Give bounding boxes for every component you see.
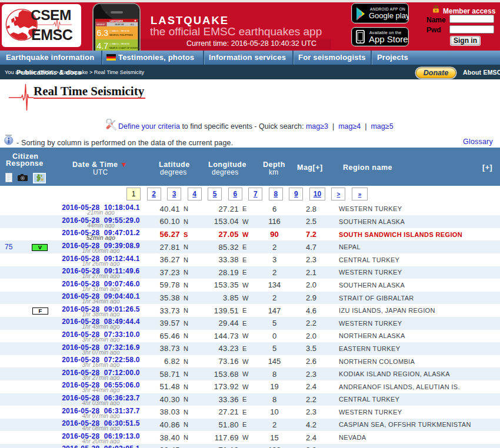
- svg-text:▢ MAG 4 ○ REGION: ▢ MAG 4 ○ REGION: [109, 43, 129, 45]
- svg-text:▢ MAG 6 ○ REGION: ▢ MAG 6 ○ REGION: [109, 30, 129, 32]
- svg-text:4.7: 4.7: [97, 41, 109, 51]
- svg-text:EMSC: EMSC: [31, 26, 73, 43]
- svg-text:LASTQUAKE: LASTQUAKE: [110, 20, 124, 22]
- svg-text:ALL: ALL: [131, 24, 135, 26]
- svg-text:NEAR E. COAST OF HONSHU, JAPAN: NEAR E. COAST OF HONSHU, JAPAN: [109, 47, 141, 49]
- svg-text:NEWEST: NEWEST: [96, 24, 105, 26]
- svg-text:6.3: 6.3: [97, 28, 109, 38]
- svg-text:CSEM: CSEM: [31, 7, 71, 23]
- svg-text:NEGROS, PHILIPPINES: NEGROS, PHILIPPINES: [109, 34, 134, 36]
- svg-text:NEAR ME: NEAR ME: [115, 24, 124, 26]
